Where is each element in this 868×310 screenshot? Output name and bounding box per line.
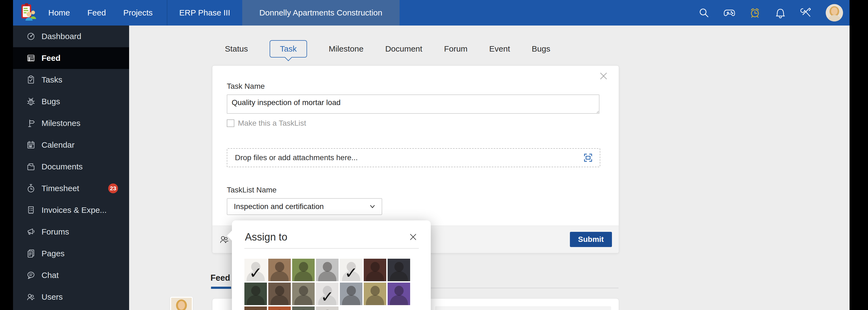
- selected-check-icon: ✓: [340, 259, 362, 281]
- sidebar-item-tasks[interactable]: Tasks: [13, 69, 129, 91]
- nav-tab-donnelly-apartments[interactable]: Donnelly Apartments Construction: [242, 0, 400, 26]
- tab-status[interactable]: Status: [225, 44, 248, 54]
- assignee-avatar[interactable]: ✓: [340, 259, 362, 281]
- assignee-avatar[interactable]: [388, 259, 410, 281]
- chat-icon: [26, 271, 36, 280]
- assign-to-popup: Assign to ✓: [232, 220, 431, 310]
- sidebar-item-label: Timesheet: [41, 184, 79, 193]
- assignee-avatar[interactable]: ✓: [316, 283, 339, 305]
- avatar-silhouette: [294, 295, 312, 305]
- avatar-silhouette: [366, 295, 384, 305]
- nav-right-icons: [698, 4, 843, 22]
- tab-document[interactable]: Document: [385, 44, 422, 54]
- avatar-silhouette: [271, 295, 289, 305]
- tab-milestone[interactable]: Milestone: [329, 44, 364, 54]
- avatar-silhouette: [371, 286, 380, 295]
- submit-button[interactable]: Submit: [570, 232, 612, 247]
- tab-bugs[interactable]: Bugs: [532, 44, 550, 54]
- tools-icon[interactable]: [800, 7, 812, 19]
- assignee-avatar[interactable]: [244, 283, 267, 305]
- invoices-icon: [26, 205, 36, 215]
- feed-active-underline: [211, 287, 231, 289]
- feed-post-avatar: [170, 297, 193, 310]
- sidebar-item-documents[interactable]: Documents: [13, 156, 129, 177]
- alarm-clock-icon[interactable]: [749, 7, 761, 19]
- sidebar-item-label: Pages: [41, 249, 65, 258]
- sidebar-item-feed[interactable]: Feed: [13, 47, 129, 69]
- tasklist-select[interactable]: Inspection and certification: [227, 198, 382, 215]
- assignee-avatar[interactable]: [340, 283, 362, 305]
- task-name-input[interactable]: Quality inspection of mortar load: [227, 94, 599, 114]
- assignee-avatar[interactable]: [316, 259, 339, 281]
- close-icon[interactable]: [599, 72, 608, 80]
- avatar-silhouette: [347, 286, 356, 295]
- selected-check-icon: ✓: [316, 283, 339, 305]
- avatar-silhouette: [371, 262, 380, 272]
- feed-section-tab[interactable]: Feed: [211, 273, 230, 283]
- sidebar-item-chat[interactable]: Chat: [13, 264, 129, 286]
- avatar-silhouette: [251, 286, 260, 295]
- nav-tab-erp-phase-iii[interactable]: ERP Phase III: [167, 0, 242, 26]
- assignee-avatar[interactable]: [268, 283, 291, 305]
- projects-logo-icon[interactable]: [18, 3, 38, 23]
- feed-icon: [26, 53, 36, 63]
- assignee-avatar[interactable]: [292, 307, 315, 310]
- selected-check-icon: ✓: [244, 259, 267, 281]
- app-window: Home Feed Projects ERP Phase III Donnell…: [13, 0, 849, 310]
- milestones-icon: [26, 118, 36, 128]
- assignee-avatar[interactable]: [268, 307, 291, 310]
- sidebar-item-label: Bugs: [41, 97, 60, 106]
- sidebar-item-milestones[interactable]: Milestones: [13, 112, 129, 134]
- tab-task[interactable]: Task: [270, 40, 307, 58]
- feed-post-placeholder: [435, 306, 611, 310]
- sidebar-item-bugs[interactable]: Bugs: [13, 91, 129, 112]
- sidebar-item-label: Calendar: [41, 140, 74, 149]
- tab-forum[interactable]: Forum: [444, 44, 468, 54]
- sidebar-item-pages[interactable]: Pages: [13, 243, 129, 264]
- assignee-avatar[interactable]: [268, 259, 291, 281]
- assignee-avatar[interactable]: [316, 307, 339, 310]
- sidebar-item-label: Chat: [41, 271, 59, 280]
- sidebar-item-dashboard[interactable]: Dashboard: [13, 26, 129, 47]
- game-controller-icon[interactable]: [724, 7, 735, 19]
- search-icon[interactable]: [698, 7, 710, 19]
- attachments-dropzone[interactable]: Drop files or add attachments here...: [227, 148, 600, 167]
- sidebar-item-forums[interactable]: Forums: [13, 221, 129, 243]
- add-item-tabs: Status Task Milestone Document Forum Eve…: [225, 36, 550, 61]
- main-content: Status Task Milestone Document Forum Eve…: [129, 26, 849, 310]
- tab-event[interactable]: Event: [489, 44, 510, 54]
- bugs-icon: [26, 96, 36, 106]
- sidebar-item-label: Invoices & Expe...: [41, 205, 106, 215]
- assignee-grid: ✓: [244, 259, 410, 310]
- assignee-avatar[interactable]: [364, 259, 386, 281]
- sidebar-item-label: Users: [41, 292, 63, 302]
- bell-icon[interactable]: [775, 7, 786, 19]
- avatar-silhouette: [275, 262, 284, 272]
- user-avatar[interactable]: [826, 4, 843, 22]
- pages-icon: [26, 249, 36, 258]
- assignee-avatar[interactable]: [292, 259, 315, 281]
- avatar-silhouette: [366, 271, 384, 281]
- make-tasklist-checkbox[interactable]: [227, 119, 235, 127]
- avatar-silhouette: [318, 271, 336, 281]
- assignee-avatar[interactable]: [292, 283, 315, 305]
- nav-link-projects[interactable]: Projects: [115, 0, 161, 26]
- sidebar-item-timesheet[interactable]: Timesheet 23: [13, 177, 129, 199]
- popup-close-icon[interactable]: [409, 233, 417, 241]
- assignee-avatar[interactable]: ✓: [244, 259, 267, 281]
- make-tasklist-label: Make this a TaskList: [238, 119, 306, 128]
- sidebar-item-invoices[interactable]: Invoices & Expe...: [13, 199, 129, 221]
- nav-link-feed[interactable]: Feed: [79, 0, 115, 26]
- top-navbar: Home Feed Projects ERP Phase III Donnell…: [13, 0, 849, 26]
- sidebar-item-calendar[interactable]: Calendar: [13, 134, 129, 156]
- expand-attachments-icon[interactable]: [584, 153, 593, 162]
- assignee-avatar[interactable]: [388, 283, 410, 305]
- avatar-silhouette: [394, 262, 404, 272]
- avatar-silhouette: [271, 271, 289, 281]
- sidebar-item-users[interactable]: Users: [13, 286, 129, 308]
- assignee-avatar[interactable]: [244, 307, 267, 310]
- nav-link-home[interactable]: Home: [40, 0, 79, 26]
- assignee-avatar[interactable]: [364, 283, 386, 305]
- documents-icon: [26, 162, 36, 172]
- forums-icon: [26, 227, 36, 237]
